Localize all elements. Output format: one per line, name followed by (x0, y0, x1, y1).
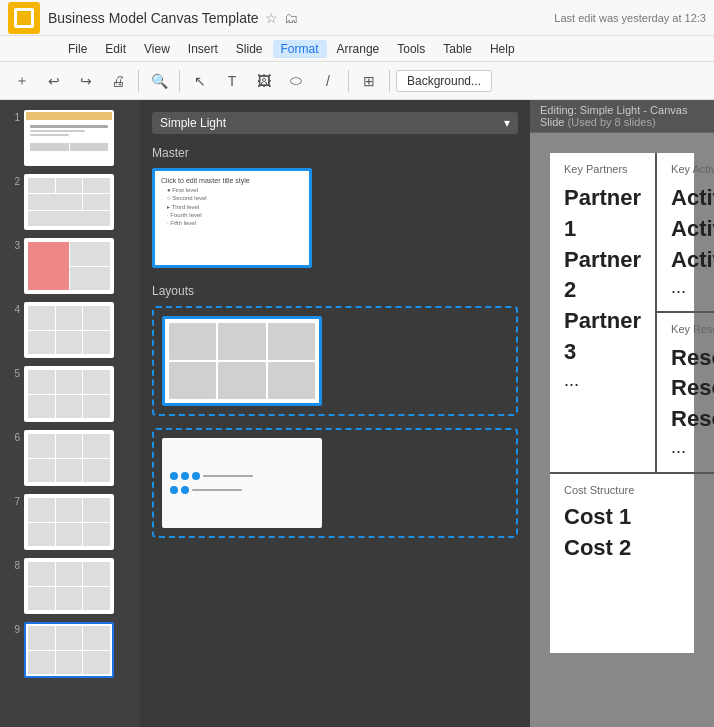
slide-thumb-5[interactable]: 5 (4, 364, 136, 424)
master-label: Master (152, 146, 518, 160)
theme-edit-name: Simple Light (580, 104, 641, 116)
doc-title: Business Model Canvas Template ☆ 🗂 (48, 10, 298, 26)
document-name[interactable]: Business Model Canvas Template (48, 10, 259, 26)
master-bullet-5: · Fifth level (167, 220, 303, 226)
editing-label: Editing: Simple Light - Canvas Slide (Us… (530, 100, 714, 133)
master-bullet-3: ▸ Third level (167, 203, 303, 210)
toolbar-sep-3 (348, 70, 349, 92)
partner-3: Partner 3 (564, 306, 641, 368)
cost-structure-title: Cost Structure (564, 484, 714, 496)
main-area: 1 2 (0, 100, 714, 727)
key-resources-content: Resource Resource Resource ... (671, 343, 714, 461)
menu-tools[interactable]: Tools (389, 40, 433, 58)
shape-button[interactable]: ⬭ (282, 67, 310, 95)
menu-table[interactable]: Table (435, 40, 480, 58)
menu-slide[interactable]: Slide (228, 40, 271, 58)
redo-button[interactable]: ↪ (72, 67, 100, 95)
slide-thumb-6[interactable]: 6 (4, 428, 136, 488)
slide-num-3: 3 (6, 238, 20, 251)
resource-1: Resource (671, 343, 714, 374)
undo-button[interactable]: ↩ (40, 67, 68, 95)
key-partners-section: Key Partners 🔩 Partner 1 Partner 2 Partn… (550, 153, 657, 472)
layout-thumb-2[interactable] (162, 438, 322, 528)
slide-num-5: 5 (6, 366, 20, 379)
master-title: Click to edit master title style (161, 177, 303, 184)
slide-preview-1 (24, 110, 114, 166)
title-bar: Business Model Canvas Template ☆ 🗂 Last … (0, 0, 714, 36)
slide-num-2: 2 (6, 174, 20, 187)
cursor-button[interactable]: ↖ (186, 67, 214, 95)
menu-arrange[interactable]: Arrange (329, 40, 388, 58)
slides-panel: 1 2 (0, 100, 140, 727)
slide-preview-2 (24, 174, 114, 230)
cost-structure-content: Cost 1 Cost 2 (564, 502, 714, 564)
layouts-section: Layouts (152, 284, 518, 538)
activity-ellipsis: ... (671, 275, 714, 300)
cost-structure-section: Cost Structure Cost 1 Cost 2 (550, 474, 714, 574)
menu-insert[interactable]: Insert (180, 40, 226, 58)
slide-preview-7 (24, 494, 114, 550)
key-resources-section: Key Resources Resource Resource Resource… (657, 313, 714, 473)
partner-ellipsis: ... (564, 368, 641, 393)
last-edit-label: Last edit was yesterday at 12:3 (554, 12, 706, 24)
slide-thumb-3[interactable]: 3 (4, 236, 136, 296)
editing-prefix: Editing: (540, 104, 580, 116)
zoom-button[interactable]: 🔍 (145, 67, 173, 95)
partner-2: Partner 2 (564, 245, 641, 307)
key-resources-title: Key Resources (671, 323, 714, 335)
chevron-down-icon: ▾ (504, 116, 510, 130)
resource-3: Resource (671, 404, 714, 435)
line-button[interactable]: / (314, 67, 342, 95)
right-sections: Key Activities ⚙️ Activity 1 Activity 2 … (657, 153, 714, 472)
slide-preview-9 (24, 622, 114, 678)
slide-thumb-4[interactable]: 4 (4, 300, 136, 360)
cost-2: Cost 2 (564, 533, 714, 564)
master-bullet-4: · Fourth level (167, 212, 303, 218)
editing-text: Editing: Simple Light - Canvas Slide (Us… (540, 104, 687, 128)
layouts-label: Layouts (152, 284, 518, 298)
image-button[interactable]: 🖼 (250, 67, 278, 95)
slide-thumb-1[interactable]: 1 (4, 108, 136, 168)
layout-button[interactable]: ⊞ (355, 67, 383, 95)
key-activities-section: Key Activities ⚙️ Activity 1 Activity 2 … (657, 153, 714, 313)
menu-help[interactable]: Help (482, 40, 523, 58)
toolbar: ＋ ↩ ↪ 🖨 🔍 ↖ T 🖼 ⬭ / ⊞ Background... (0, 62, 714, 100)
slide-preview-5 (24, 366, 114, 422)
text-button[interactable]: T (218, 67, 246, 95)
theme-selector[interactable]: Simple Light ▾ (152, 112, 518, 134)
slide-preview-3 (24, 238, 114, 294)
menu-edit[interactable]: Edit (97, 40, 134, 58)
activity-3: Activity 3 (671, 245, 714, 276)
slide-thumb-8[interactable]: 8 (4, 556, 136, 616)
title-area: Business Model Canvas Template ☆ 🗂 (48, 10, 298, 26)
key-partners-title: Key Partners (564, 163, 641, 175)
star-icon[interactable]: ☆ (265, 10, 278, 26)
toolbar-sep-1 (138, 70, 139, 92)
cost-1: Cost 1 (564, 502, 714, 533)
background-button[interactable]: Background... (396, 70, 492, 92)
slide-preview-6 (24, 430, 114, 486)
folder-icon[interactable]: 🗂 (284, 10, 298, 26)
menu-view[interactable]: View (136, 40, 178, 58)
slide-thumb-9[interactable]: 9 (4, 620, 136, 680)
add-button[interactable]: ＋ (8, 67, 36, 95)
layout-thumb-1[interactable] (162, 316, 322, 406)
slide-thumb-7[interactable]: 7 (4, 492, 136, 552)
master-thumbnail[interactable]: Click to edit master title style ● First… (152, 168, 312, 268)
slide-num-7: 7 (6, 494, 20, 507)
slide-num-8: 8 (6, 558, 20, 571)
slide-num-6: 6 (6, 430, 20, 443)
activity-1: Activity 1 (671, 183, 714, 214)
app-icon (8, 2, 40, 34)
layout-container-2 (152, 428, 518, 538)
print-button[interactable]: 🖨 (104, 67, 132, 95)
menu-format[interactable]: Format (273, 40, 327, 58)
layout-container-1 (152, 306, 518, 416)
menu-file[interactable]: File (60, 40, 95, 58)
master-section: Master Click to edit master title style … (152, 146, 518, 268)
used-by-label: (Used by 8 slides) (568, 116, 656, 128)
app-icon-inner (14, 8, 34, 28)
activity-2: Activity 2 (671, 214, 714, 245)
slide-thumb-2[interactable]: 2 (4, 172, 136, 232)
master-bullet-1: ● First level (167, 187, 303, 193)
